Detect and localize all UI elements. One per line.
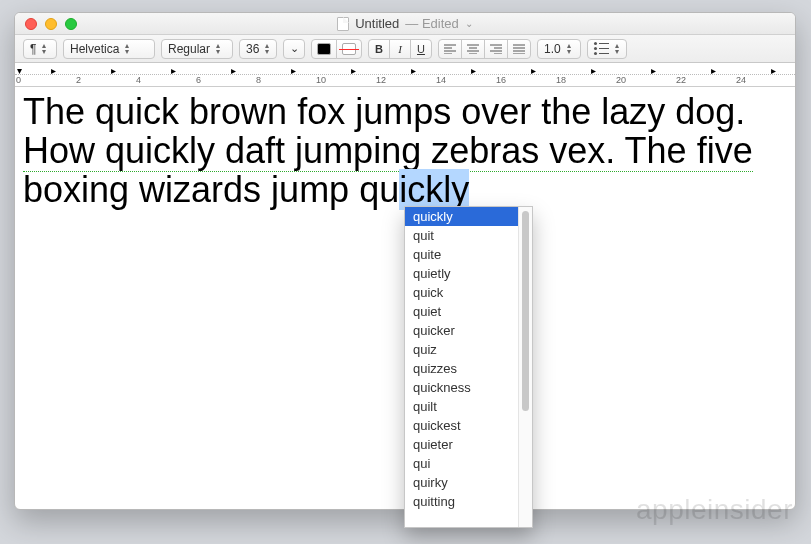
- document-icon: [337, 17, 349, 31]
- autocomplete-item[interactable]: quickness: [405, 378, 518, 397]
- list-icon: [594, 42, 609, 55]
- title-text: Untitled: [355, 16, 399, 31]
- bold-button[interactable]: B: [368, 39, 390, 59]
- select-arrows-icon: ▴▾: [125, 43, 129, 55]
- window-controls: [15, 18, 77, 30]
- select-arrows-icon: ▴▾: [615, 43, 619, 55]
- autocomplete-item[interactable]: quizzes: [405, 359, 518, 378]
- ruler-tick: 2: [76, 75, 81, 85]
- text-line-3-pre: boxing wizards jump qu: [23, 169, 399, 210]
- align-center-icon: [467, 44, 479, 54]
- autocomplete-item[interactable]: quickly: [405, 207, 518, 226]
- ruler-tick: 0: [16, 75, 21, 85]
- ruler[interactable]: ▸▸▸▸▸▸▸▸▸▸▸▸▸▾ 02468101214161820222426: [15, 63, 795, 87]
- ruler-tick: 8: [256, 75, 261, 85]
- select-arrows-icon: ▴▾: [265, 43, 269, 55]
- font-style-value: Regular: [168, 42, 210, 56]
- align-left-button[interactable]: [438, 39, 462, 59]
- text-color-button[interactable]: [311, 39, 337, 59]
- ruler-tick: 20: [616, 75, 626, 85]
- autocomplete-item[interactable]: quilt: [405, 397, 518, 416]
- align-justify-button[interactable]: [507, 39, 531, 59]
- close-button[interactable]: [25, 18, 37, 30]
- font-style-select[interactable]: Regular ▴▾: [161, 39, 233, 59]
- autocomplete-item[interactable]: quietly: [405, 264, 518, 283]
- font-size-chevron[interactable]: ⌄: [283, 39, 305, 59]
- ruler-tick: 24: [736, 75, 746, 85]
- titlebar: Untitled — Edited ⌄: [15, 13, 795, 35]
- line-spacing-select[interactable]: 1.0 ▴▾: [537, 39, 581, 59]
- autocomplete-item[interactable]: quick: [405, 283, 518, 302]
- font-size-value: 36: [246, 42, 259, 56]
- font-family-value: Helvetica: [70, 42, 119, 56]
- ruler-tick: 22: [676, 75, 686, 85]
- text-line-2: How quickly daft jumping zebras vex. The…: [23, 130, 753, 172]
- edited-indicator: — Edited: [405, 16, 458, 31]
- window-title: Untitled — Edited ⌄: [15, 16, 795, 31]
- alignment-buttons: [438, 39, 531, 59]
- select-arrows-icon: ▴▾: [42, 43, 46, 55]
- font-family-select[interactable]: Helvetica ▴▾: [63, 39, 155, 59]
- ruler-tick: 14: [436, 75, 446, 85]
- ruler-numbers: 02468101214161820222426: [15, 75, 795, 87]
- autocomplete-scrollbar[interactable]: [518, 207, 532, 527]
- ruler-tick: 6: [196, 75, 201, 85]
- autocomplete-item[interactable]: qui: [405, 454, 518, 473]
- ruler-tab-row[interactable]: ▸▸▸▸▸▸▸▸▸▸▸▸▸▾: [15, 63, 795, 75]
- color-buttons: [311, 39, 362, 59]
- zoom-button[interactable]: [65, 18, 77, 30]
- autocomplete-item[interactable]: quitting: [405, 492, 518, 511]
- align-center-button[interactable]: [461, 39, 485, 59]
- ruler-tick: 18: [556, 75, 566, 85]
- paragraph-style-value: ¶: [30, 42, 36, 56]
- italic-button[interactable]: I: [389, 39, 411, 59]
- text-color-swatch: [317, 43, 331, 55]
- list-style-select[interactable]: ▴▾: [587, 39, 627, 59]
- autocomplete-list[interactable]: quicklyquitquitequietlyquickquietquicker…: [405, 207, 518, 527]
- ruler-tick: 10: [316, 75, 326, 85]
- autocomplete-item[interactable]: quit: [405, 226, 518, 245]
- paragraph-style-select[interactable]: ¶ ▴▾: [23, 39, 57, 59]
- align-left-icon: [444, 44, 456, 54]
- title-menu-chevron-icon[interactable]: ⌄: [465, 18, 473, 29]
- autocomplete-item[interactable]: quirky: [405, 473, 518, 492]
- select-arrows-icon: ▴▾: [216, 43, 220, 55]
- align-right-icon: [490, 44, 502, 54]
- align-right-button[interactable]: [484, 39, 508, 59]
- autocomplete-item[interactable]: quickest: [405, 416, 518, 435]
- underline-button[interactable]: U: [410, 39, 432, 59]
- text-line-1: The quick brown fox jumps over the lazy …: [23, 91, 745, 132]
- autocomplete-item[interactable]: quiz: [405, 340, 518, 359]
- text-style-buttons: B I U: [368, 39, 432, 59]
- align-justify-icon: [513, 44, 525, 54]
- watermark: appleinsider: [636, 494, 793, 526]
- text-selection: ickly: [399, 169, 469, 210]
- font-size-select[interactable]: 36 ▴▾: [239, 39, 277, 59]
- highlight-color-button[interactable]: [336, 39, 362, 59]
- autocomplete-popup[interactable]: quicklyquitquitequietlyquickquietquicker…: [404, 206, 533, 528]
- select-arrows-icon: ▴▾: [567, 43, 571, 55]
- autocomplete-item[interactable]: quicker: [405, 321, 518, 340]
- format-toolbar: ¶ ▴▾ Helvetica ▴▾ Regular ▴▾ 36 ▴▾ ⌄ B I: [15, 35, 795, 63]
- highlight-color-swatch: [342, 43, 356, 55]
- ruler-tick: 16: [496, 75, 506, 85]
- ruler-tick: 4: [136, 75, 141, 85]
- autocomplete-item[interactable]: quite: [405, 245, 518, 264]
- ruler-tick: 12: [376, 75, 386, 85]
- autocomplete-item[interactable]: quieter: [405, 435, 518, 454]
- minimize-button[interactable]: [45, 18, 57, 30]
- scrollbar-thumb[interactable]: [522, 211, 529, 411]
- line-spacing-value: 1.0: [544, 42, 561, 56]
- autocomplete-item[interactable]: quiet: [405, 302, 518, 321]
